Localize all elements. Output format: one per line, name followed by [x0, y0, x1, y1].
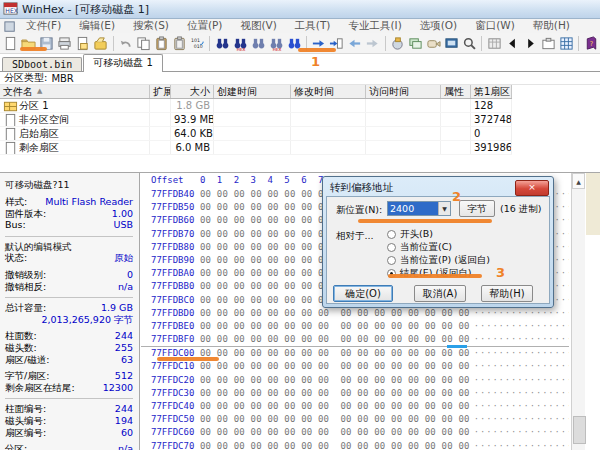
disk-tools-button[interactable]	[92, 34, 110, 52]
grid-view-button[interactable]	[557, 34, 575, 52]
table-row[interactable]: 非分区空间93.9 MB3727488	[0, 113, 512, 127]
radio-icon[interactable]	[387, 230, 396, 239]
help-button[interactable]: ?	[582, 34, 600, 52]
hex-row[interactable]: 77FFDBF000 00 00 00 00 00 00 00 00 00 00…	[141, 333, 569, 346]
hex-row[interactable]: 77FFDC4000 00 00 00 00 00 00 00 00 00 00…	[141, 400, 569, 413]
open-disk-button[interactable]	[389, 34, 407, 52]
hex-scrollbar[interactable]: ▲	[571, 173, 585, 450]
hex-bytes[interactable]: 00 00 00 00 00 00 00 00 00 00 00 00 00 0…	[200, 387, 470, 400]
prev-window-button[interactable]	[503, 34, 521, 52]
paste-into-button[interactable]	[170, 34, 188, 52]
tab-1[interactable]: 可移动磁盘 1	[83, 54, 163, 72]
tab-0[interactable]: SDboot.bin	[2, 57, 82, 71]
menu-item-8[interactable]: 窗口(W)	[466, 19, 524, 33]
hex-row[interactable]: 77FFDC3000 00 00 00 00 00 00 00 00 00 00…	[141, 387, 569, 400]
new-position-combo[interactable]: 2400 ▼	[387, 201, 451, 216]
menu-item-0[interactable]: 文件(F)	[17, 19, 70, 33]
hex-bytes[interactable]: 00 00 00 00 00 00 00 00 00 00 00 00 00 0…	[200, 440, 470, 450]
menu-item-4[interactable]: 视图(V)	[231, 19, 285, 33]
hex-bytes[interactable]: 00 00 00 00 00 00 00 00 00 00 00 00 00 0…	[200, 320, 470, 333]
hex-bytes[interactable]: 00 00 00 00 00 00 00 00 00 00 00 00 00 0…	[200, 347, 470, 360]
menu-item-6[interactable]: 专业工具(I)	[339, 19, 410, 33]
radio-icon[interactable]	[387, 243, 396, 252]
ok-button[interactable]: 确定(O)	[333, 285, 393, 302]
column-header-7[interactable]: 第1扇区	[471, 85, 512, 98]
menu-item-2[interactable]: 搜索(S)	[124, 19, 178, 33]
hex-ascii[interactable]: ················	[474, 360, 569, 373]
paste-clipboard-button[interactable]	[153, 34, 171, 52]
find-text-button[interactable]	[213, 34, 231, 52]
hex-bytes[interactable]: 00 00 00 00 00 00 00 00 00 00 00 00 00 0…	[200, 374, 470, 387]
help-button[interactable]: 帮助(H)	[481, 285, 533, 302]
column-header-0[interactable]: 文件名▲	[0, 85, 150, 98]
hex-row[interactable]: 77FFDC1000 00 00 00 00 00 00 00 00 00 00…	[141, 360, 569, 373]
next-window-button[interactable]	[521, 34, 539, 52]
hex-ascii[interactable]: ················	[474, 333, 569, 346]
hex-row[interactable]: 77FFDC6000 00 00 00 00 00 00 00 00 00 00…	[141, 426, 569, 439]
snapshot-button[interactable]	[539, 34, 557, 52]
column-header-6[interactable]: 属性	[441, 85, 471, 98]
copy-button[interactable]	[135, 34, 153, 52]
column-header-2[interactable]: 大小	[171, 85, 214, 98]
unit-bytes-button[interactable]: 字节	[459, 200, 495, 217]
hex-bytes[interactable]: 00 00 00 00 00 00 00 00 00 00 00 00 00 0…	[200, 426, 470, 439]
menu-item-3[interactable]: 位置(P)	[178, 19, 232, 33]
new-file-button[interactable]	[2, 34, 20, 52]
goto-relative-option-1[interactable]: 当前位置(C)	[387, 241, 490, 254]
menu-item-7[interactable]: 选项(O)	[411, 19, 466, 33]
undo-button[interactable]	[117, 34, 135, 52]
hex-ascii[interactable]: ················	[474, 374, 569, 387]
hex-ascii[interactable]: ················	[474, 307, 569, 320]
table-row[interactable]: 剩余扇区6.0 MB3919860	[0, 141, 512, 155]
scrollbar-up-icon[interactable]: ▲	[572, 173, 585, 189]
position-tag-button[interactable]	[425, 34, 443, 52]
hex-row[interactable]: 77FFDC7000 00 00 00 00 00 00 00 00 00 00…	[141, 440, 569, 450]
table-row[interactable]: 分区 11.8 GB128	[0, 99, 512, 113]
radio-icon[interactable]	[387, 256, 396, 265]
scrollbar-thumb[interactable]	[573, 416, 586, 444]
find-hex-button[interactable]: HEX	[231, 34, 249, 52]
menu-item-5[interactable]: 工具(T)	[286, 19, 340, 33]
continue-search-button[interactable]	[249, 34, 267, 52]
close-icon[interactable]: ×	[515, 180, 549, 196]
new-position-value[interactable]: 2400	[388, 202, 438, 215]
hex-bytes[interactable]: 00 00 00 00 00 00 00 00 00 00 00 00 00 0…	[200, 333, 470, 346]
hex-ascii[interactable]: ················	[474, 320, 569, 333]
hex-bytes[interactable]: 00 00 00 00 00 00 00 00 00 00 00 00 00 0…	[200, 307, 470, 320]
hex-row[interactable]: 77FFDC5000 00 00 00 00 00 00 00 00 00 00…	[141, 413, 569, 426]
hex-bytes[interactable]: 00 00 00 00 00 00 00 00 00 00 00 00 00 0…	[200, 360, 470, 373]
hex-row[interactable]: 77FFDBE000 00 00 00 00 00 00 00 00 00 00…	[141, 320, 569, 333]
hex-row[interactable]: 77FFDBD000 00 00 00 00 00 00 00 00 00 00…	[141, 307, 569, 320]
dialog-title-bar[interactable]: 转到偏移地址 ×	[326, 179, 550, 196]
goto-relative-option-2[interactable]: 当前位置(P) (返回自)	[387, 254, 490, 267]
column-header-4[interactable]: 修改时间	[291, 85, 366, 98]
hex-bytes[interactable]: 00 00 00 00 00 00 00 00 00 00 00 00 00 0…	[200, 413, 470, 426]
table-row[interactable]: 启始扇区64.0 KB0	[0, 127, 512, 141]
hex-ascii[interactable]: ················	[474, 440, 569, 450]
jump-forward-button[interactable]	[364, 34, 382, 52]
hex-ascii[interactable]: ················	[474, 400, 569, 413]
cancel-button[interactable]: 取消(A)	[414, 285, 466, 302]
column-header-1[interactable]: 扩展	[150, 85, 171, 98]
jump-back-button[interactable]	[346, 34, 364, 52]
menu-item-9[interactable]: 帮助(H)	[524, 19, 579, 33]
magnifier-button[interactable]	[461, 34, 479, 52]
gallery-button[interactable]	[485, 34, 503, 52]
clone-disk-button[interactable]	[407, 34, 425, 52]
column-header-3[interactable]: 创建时间	[214, 85, 291, 98]
hex-bytes[interactable]: 00 00 00 00 00 00 00 00 00 00 00 00 00 0…	[200, 400, 470, 413]
replace-hex-button[interactable]: HEX	[267, 34, 285, 52]
hex-row[interactable]: 77FFDC2000 00 00 00 00 00 00 00 00 00 00…	[141, 374, 569, 387]
chevron-down-icon[interactable]: ▼	[438, 202, 450, 215]
print-button[interactable]	[56, 34, 74, 52]
hex-ascii[interactable]: ················	[474, 426, 569, 439]
hex-ascii[interactable]: ················	[474, 387, 569, 400]
hex-ascii[interactable]: ················	[474, 347, 569, 360]
data-interpreter-button[interactable]	[443, 34, 461, 52]
column-header-5[interactable]: 访问时间	[366, 85, 441, 98]
convert-binary-button[interactable]: 101010	[188, 34, 206, 52]
menu-item-1[interactable]: 编辑(E)	[70, 19, 124, 33]
goto-relative-option-0[interactable]: 开头(B)	[387, 228, 490, 241]
file-properties-button[interactable]	[74, 34, 92, 52]
hex-ascii[interactable]: ················	[474, 413, 569, 426]
